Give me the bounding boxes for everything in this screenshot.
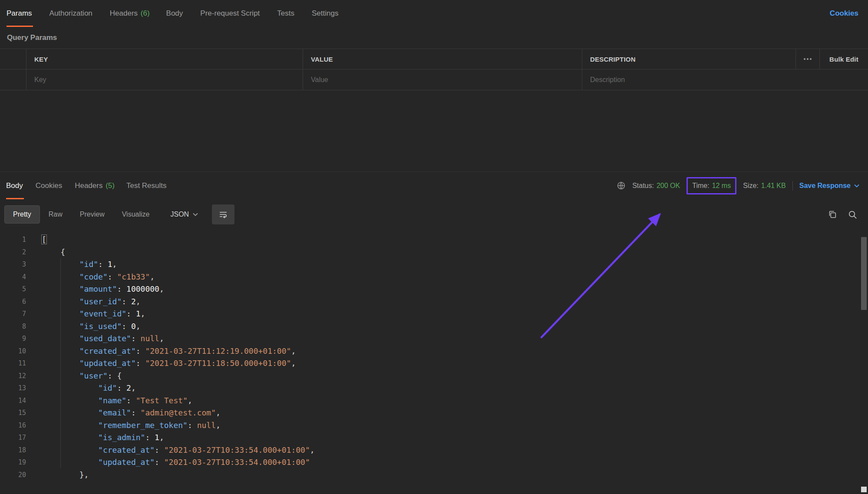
format-dropdown[interactable]: JSON <box>170 211 198 218</box>
line-number: 4 <box>0 271 26 283</box>
line-number: 6 <box>0 296 26 308</box>
request-tab-bar: Params Authorization Headers (6) Body Pr… <box>0 0 868 27</box>
code-line: 6 "user_id": 2, <box>0 296 868 308</box>
response-tab-bar: Body Cookies Headers (5) Test Results <box>6 172 168 199</box>
network-globe-icon <box>617 181 626 190</box>
tab-params[interactable]: Params <box>7 0 33 27</box>
line-content: "created_at": "2021-03-27T10:33:54.000+0… <box>26 444 315 457</box>
line-number: 12 <box>0 370 26 382</box>
param-key-cell <box>26 69 303 90</box>
line-number: 3 <box>0 258 26 271</box>
divider <box>792 181 793 191</box>
line-content: "remember_me_token": null, <box>26 419 221 432</box>
code-line: 9 "used_date": null, <box>0 333 868 345</box>
view-tab-preview[interactable]: Preview <box>71 205 113 224</box>
line-number: 20 <box>0 469 26 481</box>
response-header: Body Cookies Headers (5) Test Results <box>0 172 868 199</box>
tab-label: Body <box>6 181 23 190</box>
empty-area <box>0 90 868 171</box>
line-content: "id": 2, <box>26 382 136 395</box>
response-meta: Status: 200 OK Time: 12 ms Size: 1.41 KB… <box>617 172 859 199</box>
code-line: 20 }, <box>0 469 868 481</box>
query-params-title: Query Params <box>0 27 868 49</box>
more-actions-button[interactable] <box>795 49 819 69</box>
response-panel: Body Cookies Headers (5) Test Results <box>0 171 868 494</box>
vertical-scrollbar[interactable] <box>861 234 867 485</box>
copy-icon[interactable] <box>828 210 837 219</box>
code-line: 3 "id": 1, <box>0 258 868 271</box>
line-number: 13 <box>0 382 26 395</box>
tab-tests[interactable]: Tests <box>277 0 295 27</box>
scrollbar-thumb[interactable] <box>861 237 867 310</box>
scrollbar-corner <box>861 487 867 492</box>
line-content: [ <box>26 234 46 246</box>
code-line: 15 "email": "admin@test.com", <box>0 407 868 419</box>
cookies-link[interactable]: Cookies <box>830 9 858 18</box>
line-content: "name": "Test Test", <box>26 395 192 407</box>
line-number: 18 <box>0 444 26 457</box>
line-content: "amount": 1000000, <box>26 283 164 296</box>
tab-label: Authorization <box>50 9 92 18</box>
tab-count: (5) <box>103 181 115 190</box>
query-params-table: KEY VALUE DESCRIPTION Bulk Edit <box>0 49 868 90</box>
code-line: 14 "name": "Test Test", <box>0 395 868 407</box>
save-response-label: Save Response <box>799 182 851 190</box>
tab-headers[interactable]: Headers (6) <box>110 0 150 27</box>
tab-settings[interactable]: Settings <box>312 0 339 27</box>
view-tab-pretty[interactable]: Pretty <box>4 205 40 224</box>
line-number: 5 <box>0 283 26 296</box>
code-line: 8 "is_used": 0, <box>0 320 868 333</box>
response-tab-body[interactable]: Body <box>6 172 24 199</box>
code-line: 12 "user": { <box>0 370 868 382</box>
status-label: Status: <box>632 182 654 190</box>
line-number: 7 <box>0 308 26 320</box>
response-tab-test-results[interactable]: Test Results <box>126 172 168 199</box>
code-line: 16 "remember_me_token": null, <box>0 419 868 432</box>
param-description-input[interactable] <box>590 76 860 84</box>
line-content: "updated_at": "2021-03-27T11:18:50.000+0… <box>26 357 296 370</box>
tab-label: Pre-request Script <box>200 9 260 18</box>
line-content: }, <box>26 469 89 481</box>
line-number: 17 <box>0 431 26 444</box>
code-line: 10 "created_at": "2021-03-27T11:12:19.00… <box>0 345 868 358</box>
toolbar-right-icons <box>828 210 858 220</box>
save-response-button[interactable]: Save Response <box>799 182 859 190</box>
param-key-input[interactable] <box>34 76 295 84</box>
response-tab-headers[interactable]: Headers (5) <box>75 172 115 199</box>
column-value: VALUE <box>303 49 582 69</box>
line-content: "is_used": 0, <box>26 320 141 333</box>
line-content: "user": { <box>26 370 122 382</box>
tab-authorization[interactable]: Authorization <box>50 0 93 27</box>
tab-label: Cookies <box>36 181 62 190</box>
line-number: 1 <box>0 234 26 246</box>
line-number: 15 <box>0 407 26 419</box>
tab-body[interactable]: Body <box>166 0 184 27</box>
tab-label: Headers <box>75 181 102 190</box>
line-content: "created_at": "2021-03-27T11:12:19.000+0… <box>26 345 296 358</box>
search-icon[interactable] <box>848 210 858 220</box>
code-lines: 1[2 {3 "id": 1,4 "code": "c1b33",5 "amou… <box>0 234 868 481</box>
chevron-down-icon <box>193 213 198 216</box>
view-tab-visualize[interactable]: Visualize <box>113 205 158 224</box>
param-value-cell <box>303 69 582 90</box>
code-line: 1[ <box>0 234 868 246</box>
status-value: 200 OK <box>657 182 680 190</box>
tab-pre-request-script[interactable]: Pre-request Script <box>200 0 261 27</box>
line-content: "event_id": 1, <box>26 308 145 320</box>
code-line: 11 "updated_at": "2021-03-27T11:18:50.00… <box>0 357 868 370</box>
bulk-edit-button[interactable]: Bulk Edit <box>819 49 868 69</box>
row-select-cell <box>0 69 26 90</box>
wrap-text-button[interactable] <box>212 204 234 224</box>
line-number: 2 <box>0 246 26 259</box>
param-value-input[interactable] <box>311 76 574 84</box>
line-content: "updated_at": "2021-03-27T10:33:54.000+0… <box>26 456 310 469</box>
view-tab-raw[interactable]: Raw <box>40 205 71 224</box>
params-input-row <box>0 69 868 90</box>
line-content: "is_admin": 1, <box>26 431 164 444</box>
tab-label: Headers <box>110 9 138 18</box>
more-actions-icon <box>804 58 812 60</box>
response-body-viewer[interactable]: 1[2 {3 "id": 1,4 "code": "c1b33",5 "amou… <box>0 230 868 494</box>
tab-label: Settings <box>312 9 338 18</box>
code-line: 5 "amount": 1000000, <box>0 283 868 296</box>
response-tab-cookies[interactable]: Cookies <box>36 172 63 199</box>
